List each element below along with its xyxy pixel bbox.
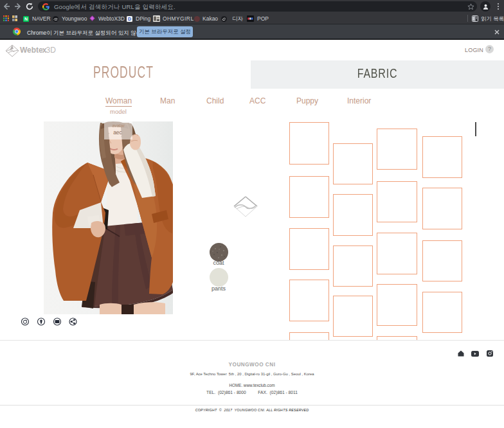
svg-text:aec: aec	[113, 129, 122, 136]
svg-text:avatar: avatar	[112, 123, 125, 128]
